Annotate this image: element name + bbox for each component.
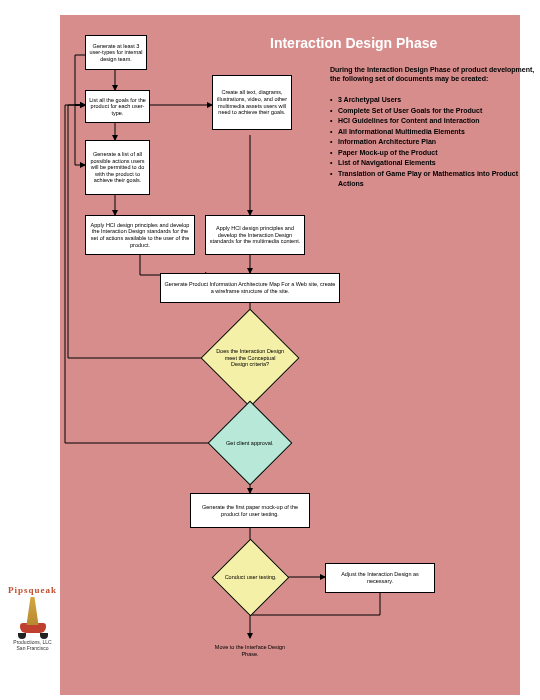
logo-city: San Francisco <box>5 645 60 651</box>
list-item: HCI Guidelines for Content and Interacti… <box>330 116 540 127</box>
node-possible-actions: Generate a list of all possible actions … <box>85 140 150 195</box>
list-item: Complete Set of User Goals for the Produ… <box>330 106 540 117</box>
deliverables-list: 3 Archetypal Users Complete Set of User … <box>330 95 540 190</box>
node-architecture-map: Generate Product Information Architectur… <box>160 273 340 303</box>
list-item: Translation of Game Play or Mathematics … <box>330 169 540 190</box>
node-hci-multimedia: Apply HCI design principles and develop … <box>205 215 305 255</box>
list-item: All Informational Multimedia Elements <box>330 127 540 138</box>
node-paper-mockup: Generate the first paper mock-up of the … <box>190 493 310 528</box>
decision-client-approval: Get client approval. <box>208 401 293 486</box>
decision-meets-criteria: Does the Interaction Design meet the Con… <box>201 309 300 408</box>
list-item: Paper Mock-up of the Product <box>330 148 540 159</box>
list-item: Information Architecture Plan <box>330 137 540 148</box>
node-list-goals: List all the goals for the product for e… <box>85 90 150 123</box>
horn-icon <box>23 597 43 625</box>
diagram-canvas: Interaction Design Phase During the Inte… <box>60 15 520 695</box>
node-hci-actions: Apply HCI design principles and develop … <box>85 215 195 255</box>
node-generate-users: Generate at least 3 user-types for inter… <box>85 35 147 70</box>
intro-text: During the Interaction Design Phase of p… <box>330 65 540 83</box>
logo-wordmark: Pipsqueak <box>5 585 60 595</box>
node-adjust-design: Adjust the Interaction Design as necessa… <box>325 563 435 593</box>
node-move-next-phase: Move to the Interface Design Phase. <box>210 638 290 663</box>
page-title: Interaction Design Phase <box>270 35 437 51</box>
pipsqueak-logo: Pipsqueak Productions, LLC San Francisco <box>5 585 60 651</box>
list-item: 3 Archetypal Users <box>330 95 540 106</box>
list-item: List of Navigational Elements <box>330 158 540 169</box>
decision-user-testing: Conduct user testing. <box>212 539 290 617</box>
node-create-multimedia: Create all text, diagrams, illustrations… <box>212 75 292 130</box>
